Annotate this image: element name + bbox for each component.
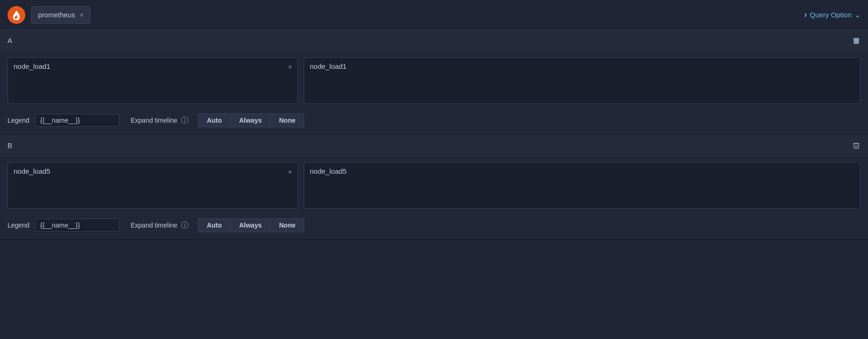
query-label-b: B bbox=[7, 141, 12, 149]
expand-timeline-label-a: Expand timeline bbox=[131, 117, 178, 124]
query-input-text-b: node_load5 bbox=[14, 167, 288, 175]
legend-input-b[interactable] bbox=[35, 219, 120, 232]
expand-timeline-label-b: Expand timeline bbox=[131, 221, 178, 229]
legend-label-a: Legend bbox=[7, 117, 30, 124]
info-icon-a: ⓘ bbox=[181, 116, 188, 125]
timeline-always-button-a[interactable]: Always bbox=[230, 113, 270, 127]
flame-icon bbox=[11, 10, 22, 20]
timeline-auto-button-a[interactable]: Auto bbox=[198, 113, 230, 127]
timeline-auto-button-b[interactable]: Auto bbox=[198, 218, 230, 232]
query-body-a: node_load1 × node_load1 bbox=[0, 52, 868, 110]
prometheus-logo bbox=[7, 6, 25, 24]
query-header-a: A bbox=[0, 30, 868, 52]
info-icon-b: ⓘ bbox=[181, 221, 188, 230]
query-label-a: A bbox=[7, 37, 12, 44]
query-header-b: B bbox=[0, 135, 868, 156]
query-footer-a: Legend Expand timeline ⓘ Auto Always Non… bbox=[0, 110, 868, 134]
main-content: A node_load1 × node_load1 bbox=[0, 30, 868, 240]
query-clear-a-button[interactable]: × bbox=[288, 63, 292, 71]
legend-input-a[interactable] bbox=[35, 114, 120, 127]
query-input-a[interactable]: node_load1 × bbox=[7, 57, 298, 104]
query-expression-a[interactable]: node_load1 bbox=[304, 57, 861, 104]
timeline-btn-group-b: Auto Always None bbox=[198, 218, 304, 232]
timeline-always-button-b[interactable]: Always bbox=[230, 218, 270, 232]
timeline-none-button-b[interactable]: None bbox=[270, 218, 304, 232]
query-section-a: A node_load1 × node_load1 bbox=[0, 30, 868, 135]
query-option-label: Query Option bbox=[810, 11, 852, 19]
delete-query-a-button[interactable] bbox=[852, 37, 861, 45]
query-clear-b-button[interactable]: × bbox=[288, 168, 292, 176]
delete-query-b-button[interactable] bbox=[852, 141, 861, 150]
close-tab-button[interactable]: × bbox=[80, 11, 83, 19]
legend-label-b: Legend bbox=[7, 221, 30, 229]
top-bar-left: prometheus × bbox=[7, 6, 90, 24]
timeline-none-button-a[interactable]: None bbox=[270, 113, 304, 127]
query-option-chevron-down: ⌄ bbox=[854, 10, 861, 19]
query-option-button[interactable]: › Query Option ⌄ bbox=[804, 10, 861, 20]
top-bar: prometheus × › Query Option ⌄ bbox=[0, 0, 868, 30]
query-body-b: node_load5 × node_load5 bbox=[0, 156, 868, 214]
query-expression-text-b: node_load5 bbox=[310, 167, 346, 175]
query-input-b[interactable]: node_load5 × bbox=[7, 162, 298, 209]
datasource-tab-label: prometheus bbox=[38, 11, 75, 19]
query-expression-b[interactable]: node_load5 bbox=[304, 162, 861, 209]
query-input-text-a: node_load1 bbox=[14, 62, 288, 70]
query-expression-text-a: node_load1 bbox=[310, 62, 346, 70]
query-section-b: B node_load5 × node_load5 Legend bbox=[0, 135, 868, 240]
query-footer-b: Legend Expand timeline ⓘ Auto Always Non… bbox=[0, 214, 868, 239]
timeline-btn-group-a: Auto Always None bbox=[198, 113, 304, 127]
datasource-tab[interactable]: prometheus × bbox=[31, 6, 90, 24]
query-option-chevron: › bbox=[804, 10, 807, 20]
